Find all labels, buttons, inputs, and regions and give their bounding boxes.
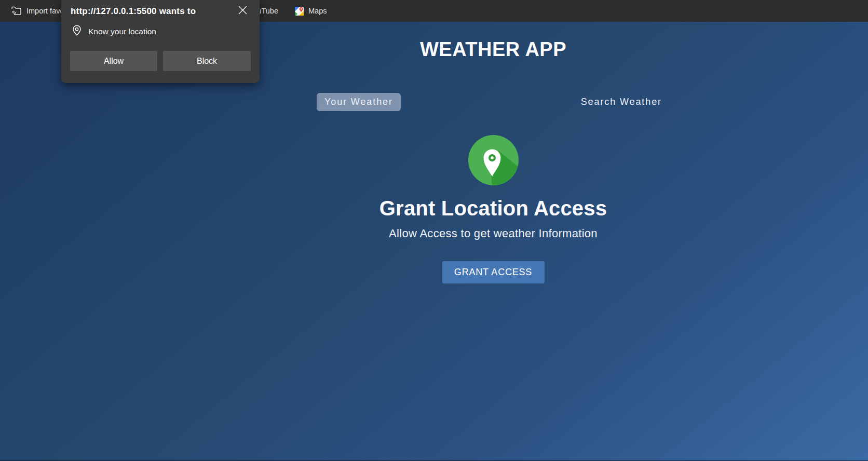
google-maps-icon bbox=[295, 7, 304, 16]
weather-app-page: WEATHER APP Your Weather Search Weather bbox=[0, 22, 868, 461]
tab-bar: Your Weather Search Weather bbox=[317, 93, 670, 111]
location-pin-outline-icon bbox=[72, 25, 82, 38]
grant-access-heading: Grant Location Access bbox=[379, 197, 607, 220]
permission-request-label: Know your location bbox=[88, 27, 156, 36]
tab-your-weather[interactable]: Your Weather bbox=[317, 93, 401, 111]
location-pin-icon bbox=[468, 135, 519, 185]
location-permission-dialog: http://127.0.0.1:5500 wants to Know your… bbox=[61, 0, 260, 83]
grant-access-subheading: Allow Access to get weather Information bbox=[389, 227, 598, 240]
allow-button[interactable]: Allow bbox=[70, 51, 157, 71]
bookmark-maps[interactable]: Maps bbox=[295, 0, 327, 22]
permission-dialog-title: http://127.0.0.1:5500 wants to bbox=[71, 6, 196, 17]
close-icon[interactable] bbox=[236, 3, 249, 17]
import-favorites-icon bbox=[11, 6, 22, 16]
permission-dialog-buttons: Allow Block bbox=[70, 51, 251, 71]
bookmark-maps-label: Maps bbox=[308, 7, 327, 15]
permission-request-row: Know your location bbox=[72, 25, 156, 38]
grant-location-section: Grant Location Access Allow Access to ge… bbox=[379, 111, 607, 283]
tab-search-weather[interactable]: Search Weather bbox=[573, 93, 670, 111]
page-title: WEATHER APP bbox=[420, 38, 566, 61]
block-button[interactable]: Block bbox=[163, 51, 251, 71]
grant-access-button[interactable]: GRANT ACCESS bbox=[442, 261, 545, 283]
